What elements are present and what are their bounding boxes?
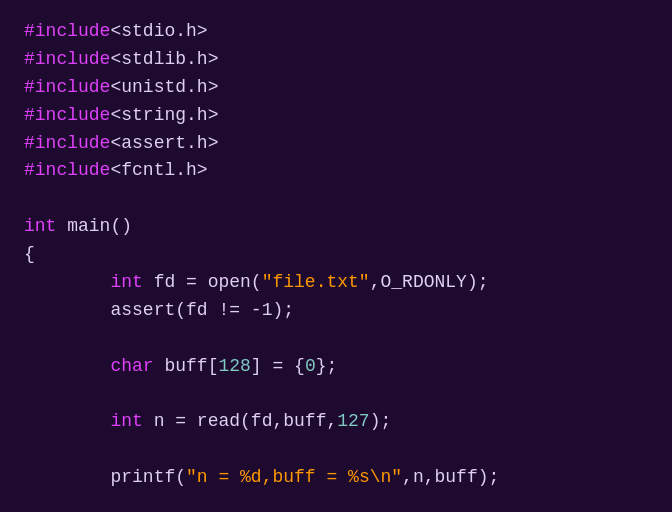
include-header-unistd: <unistd.h> bbox=[110, 77, 218, 97]
read-call-end: ); bbox=[370, 411, 392, 431]
fd-open-args: ,O_RDONLY); bbox=[370, 272, 489, 292]
include-unistd: #include<unistd.h> bbox=[24, 74, 648, 102]
hash-include-keyword-2: #include bbox=[24, 49, 110, 69]
blank-line-2 bbox=[24, 325, 648, 353]
include-stdio: #include<stdio.h> bbox=[24, 18, 648, 46]
hash-include-keyword-5: #include bbox=[24, 133, 110, 153]
char-keyword: char bbox=[110, 356, 153, 376]
int-keyword-n: int bbox=[110, 411, 142, 431]
hash-include-keyword-6: #include bbox=[24, 160, 110, 180]
hash-include-keyword-4: #include bbox=[24, 105, 110, 125]
printf-call: printf( bbox=[110, 467, 186, 487]
main-func: main() bbox=[56, 216, 132, 236]
include-assert: #include<assert.h> bbox=[24, 130, 648, 158]
hash-include-keyword-3: #include bbox=[24, 77, 110, 97]
printf-line: printf("n = %d,buff = %s\n",n,buff); bbox=[24, 464, 648, 492]
buff-init-val: 0 bbox=[305, 356, 316, 376]
code-editor: #include<stdio.h> #include<stdlib.h> #in… bbox=[24, 18, 648, 512]
include-header-string: <string.h> bbox=[110, 105, 218, 125]
include-stdlib: #include<stdlib.h> bbox=[24, 46, 648, 74]
include-fcntl: #include<fcntl.h> bbox=[24, 157, 648, 185]
include-header-stdio: <stdio.h> bbox=[110, 21, 207, 41]
read-count: 127 bbox=[337, 411, 369, 431]
include-header-assert: <assert.h> bbox=[110, 133, 218, 153]
assert-call: assert(fd != -1); bbox=[110, 300, 294, 320]
buff-declaration: char buff[128] = {0}; bbox=[24, 353, 648, 381]
buff-init-end: }; bbox=[316, 356, 338, 376]
read-call-line: int n = read(fd,buff,127); bbox=[24, 408, 648, 436]
include-header-stdlib: <stdlib.h> bbox=[110, 49, 218, 69]
assert-line: assert(fd != -1); bbox=[24, 297, 648, 325]
file-txt-string: "file.txt" bbox=[262, 272, 370, 292]
blank-line-1 bbox=[24, 185, 648, 213]
int-keyword-fd: int bbox=[110, 272, 142, 292]
printf-args: ,n,buff); bbox=[402, 467, 499, 487]
printf-format-string: "n = %d,buff = %s\n" bbox=[186, 467, 402, 487]
blank-line-4 bbox=[24, 436, 648, 464]
buff-init-start: ] = { bbox=[251, 356, 305, 376]
buff-size: 128 bbox=[218, 356, 250, 376]
include-string: #include<string.h> bbox=[24, 102, 648, 130]
main-signature: int main() bbox=[24, 213, 648, 241]
blank-line-5 bbox=[24, 492, 648, 512]
hash-include-keyword: #include bbox=[24, 21, 110, 41]
buff-var: buff[ bbox=[154, 356, 219, 376]
fd-open-call: fd = open( bbox=[143, 272, 262, 292]
fd-declaration: int fd = open("file.txt",O_RDONLY); bbox=[24, 269, 648, 297]
open-brace-line: { bbox=[24, 241, 648, 269]
read-call: n = read(fd,buff, bbox=[143, 411, 337, 431]
include-header-fcntl: <fcntl.h> bbox=[110, 160, 207, 180]
int-keyword-main: int bbox=[24, 216, 56, 236]
blank-line-3 bbox=[24, 381, 648, 409]
